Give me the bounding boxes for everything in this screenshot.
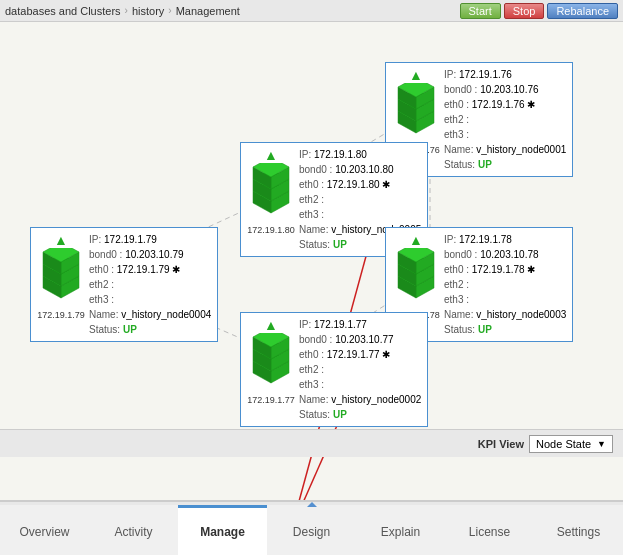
breadcrumb-management: Management — [176, 5, 240, 17]
node-cube-0004 — [37, 248, 85, 308]
up-arrow-0002: ▲ — [264, 317, 278, 333]
tab-explain[interactable]: Explain — [356, 505, 445, 555]
node-cube-0001 — [392, 83, 440, 143]
node-label-0002: 172.19.1.77 — [247, 395, 295, 405]
up-arrow-0001: ▲ — [409, 67, 423, 83]
node-label-0005: 172.19.1.80 — [247, 225, 295, 235]
kpi-dropdown-arrow-icon: ▼ — [597, 439, 606, 449]
header: databases and Clusters › history › Manag… — [0, 0, 623, 22]
header-buttons: Start Stop Rebalance — [460, 3, 618, 19]
up-arrow-0004: ▲ — [54, 232, 68, 248]
tab-settings[interactable]: Settings — [534, 505, 623, 555]
breadcrumb: databases and Clusters › history › Manag… — [5, 5, 460, 17]
node-cube-0005 — [247, 163, 295, 223]
tab-manage[interactable]: Manage — [178, 505, 267, 555]
kpi-bar: KPI View Node State ▼ — [0, 429, 623, 457]
node-card-0004[interactable]: ▲ 172.19.1.79 IP: 172.19.1.79 bond0 : 10… — [30, 227, 218, 342]
start-button[interactable]: Start — [460, 3, 501, 19]
rebalance-button[interactable]: Rebalance — [547, 3, 618, 19]
node-card-0002[interactable]: ▲ 172.19.1.77 IP: 172.19.1.77 bond0 : 10… — [240, 312, 428, 427]
kpi-label: KPI View — [478, 438, 524, 450]
node-info-0001: IP: 172.19.1.76 bond0 : 10.203.10.76 eth… — [444, 67, 566, 172]
node-info-0003: IP: 172.19.1.78 bond0 : 10.203.10.78 eth… — [444, 232, 566, 337]
node-icon-area-0004: ▲ 172.19.1.79 — [37, 232, 85, 337]
tab-design[interactable]: Design — [267, 505, 356, 555]
canvas: ▲ 172.19.1.76 — [0, 22, 623, 512]
nav-tabs: Overview Activity Manage Design Explain … — [0, 505, 623, 555]
node-label-0004: 172.19.1.79 — [37, 310, 85, 320]
kpi-dropdown-value: Node State — [536, 438, 591, 450]
node-cube-0002 — [247, 333, 295, 393]
up-arrow-0005: ▲ — [264, 147, 278, 163]
node-info-0004: IP: 172.19.1.79 bond0 : 10.203.10.79 eth… — [89, 232, 211, 337]
node-icon-area-0002: ▲ 172.19.1.77 — [247, 317, 295, 422]
breadcrumb-databases: databases and Clusters — [5, 5, 121, 17]
kpi-dropdown[interactable]: Node State ▼ — [529, 435, 613, 453]
breadcrumb-history: history — [132, 5, 164, 17]
tab-license[interactable]: License — [445, 505, 534, 555]
bottom-nav: Overview Activity Manage Design Explain … — [0, 500, 623, 555]
node-cube-0003 — [392, 248, 440, 308]
tab-activity[interactable]: Activity — [89, 505, 178, 555]
stop-button[interactable]: Stop — [504, 3, 545, 19]
node-info-0002: IP: 172.19.1.77 bond0 : 10.203.10.77 eth… — [299, 317, 421, 422]
node-icon-area-0005: ▲ 172.19.1.80 — [247, 147, 295, 252]
up-arrow-0003: ▲ — [409, 232, 423, 248]
tab-overview[interactable]: Overview — [0, 505, 89, 555]
